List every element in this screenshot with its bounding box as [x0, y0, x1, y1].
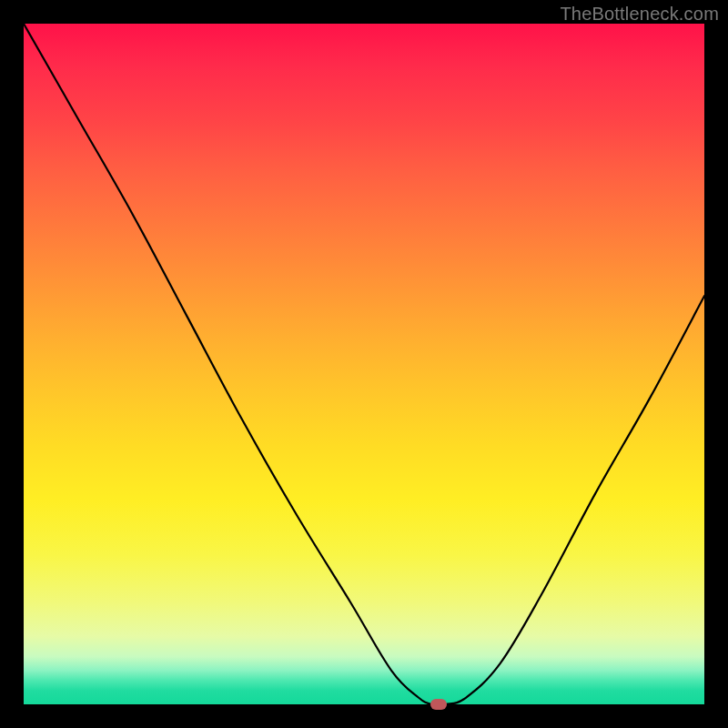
optimum-marker: [430, 699, 447, 710]
chart-frame: TheBottleneck.com: [0, 0, 728, 728]
watermark-text: TheBottleneck.com: [560, 4, 719, 25]
curve-svg: [24, 24, 704, 704]
bottleneck-curve: [24, 24, 704, 704]
plot-area: [24, 24, 704, 704]
